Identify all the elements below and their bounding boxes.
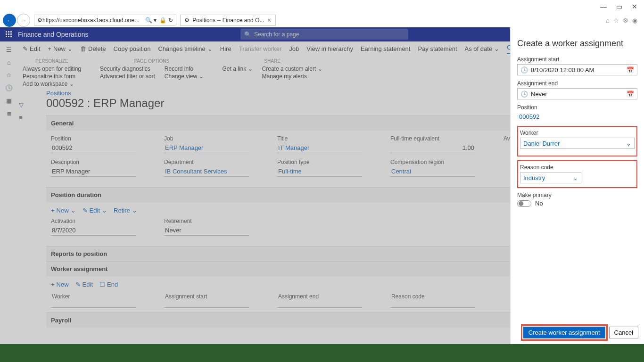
flyout-reason-select[interactable]: Industry ⌄ — [520, 172, 581, 183]
svg-rect-6 — [6, 36, 7, 37]
browser-extension-icon[interactable]: ◉ — [632, 17, 637, 24]
browser-settings-icon[interactable]: ⚙ — [623, 17, 628, 24]
personalize-form[interactable]: Personalize this form — [23, 73, 81, 80]
change-view[interactable]: Change view ⌄ — [165, 73, 204, 80]
create-custom-alert[interactable]: Create a custom alert ⌄ — [262, 66, 322, 72]
favorites-icon[interactable]: ☆ — [6, 72, 12, 79]
search-placeholder: Search for a page — [254, 31, 299, 38]
address-bar[interactable]: ⚙ https://usnconeboxax1aos.cloud.onebox.… — [34, 15, 176, 26]
department-link[interactable]: IB Consultant Services — [164, 166, 249, 177]
calendar-icon[interactable]: 📅 — [627, 90, 634, 98]
tab-close[interactable]: ✕ — [267, 17, 272, 24]
tab-title: Positions -- Finance and O... — [192, 17, 264, 24]
col-end[interactable]: Assignment end — [277, 292, 362, 308]
chevron-down-icon: ⌄ — [199, 73, 204, 80]
col-start[interactable]: Assignment start — [164, 292, 249, 308]
flyout-start-input[interactable]: 🕓8/10/2020 12:00:00 AM 📅 — [517, 64, 637, 75]
new-action[interactable]: +New⌄ — [48, 45, 73, 52]
modules-icon[interactable]: ≣ — [7, 110, 12, 117]
search-icon: 🔍 — [244, 31, 251, 38]
delete-action[interactable]: 🗑Delete — [80, 45, 106, 52]
as-of-date-action[interactable]: As of date⌄ — [465, 45, 500, 52]
copy-position-action[interactable]: Copy position — [114, 45, 151, 52]
svg-rect-8 — [10, 36, 12, 37]
fte-label: Full-time equivalent — [390, 135, 475, 142]
nav-forward[interactable]: → — [17, 14, 30, 27]
window-minimize[interactable]: — — [600, 3, 607, 10]
svg-rect-4 — [8, 33, 9, 35]
flyout-worker-label: Worker — [520, 130, 635, 136]
plus-icon: + — [48, 45, 51, 52]
cancel-button[interactable]: Cancel — [609, 327, 638, 338]
hamburger-icon[interactable]: ☰ — [6, 46, 12, 53]
department-label: Department — [164, 159, 249, 165]
activation-value: 8/7/2020 — [51, 225, 136, 236]
window-restore[interactable]: ▭ — [616, 3, 622, 10]
record-info[interactable]: Record info — [165, 66, 204, 72]
position-type-link[interactable]: Full-time — [277, 166, 362, 177]
nav-back[interactable]: ← — [3, 14, 16, 27]
global-search[interactable]: 🔍 Search for a page — [240, 29, 408, 40]
duration-edit[interactable]: ✎Edit⌄ — [83, 207, 107, 214]
changes-timeline-action[interactable]: Changes timeline⌄ — [158, 45, 212, 52]
position-type-label: Position type — [277, 159, 362, 165]
svg-rect-1 — [8, 31, 9, 33]
lock-icon: 🔒 — [159, 17, 166, 24]
flyout-position-value[interactable]: 000592 — [517, 112, 637, 121]
job-label: Job — [164, 135, 249, 142]
flyout-primary-label: Make primary — [517, 192, 637, 198]
browser-home-icon[interactable]: ⌂ — [606, 17, 610, 24]
edit-action[interactable]: ✎Edit — [23, 45, 40, 52]
url-text: https://usnconeboxax1aos.cloud.onebox.dy… — [42, 17, 141, 24]
home-icon[interactable]: ⌂ — [7, 59, 11, 66]
security-diagnostics[interactable]: Security diagnostics — [100, 66, 155, 72]
workspaces-icon[interactable]: ▦ — [6, 97, 12, 104]
title-label: Title — [277, 135, 362, 142]
get-a-link[interactable]: Get a link ⌄ — [223, 66, 253, 72]
plus-icon: + — [51, 281, 55, 288]
duration-new[interactable]: +New⌄ — [51, 207, 76, 214]
assignment-new[interactable]: +New — [51, 281, 69, 288]
recent-icon[interactable]: 🕓 — [5, 84, 13, 91]
create-worker-assignment-button[interactable]: Create worker assignment — [523, 327, 605, 338]
flyout-end-input[interactable]: 🕓Never 📅 — [517, 88, 637, 99]
chevron-down-icon: ⌄ — [67, 45, 73, 52]
compregion-link[interactable]: Central — [390, 166, 475, 177]
browser-tab[interactable]: ⚙ Positions -- Finance and O... ✕ — [180, 15, 276, 26]
flyout-primary-toggle[interactable]: No — [517, 200, 543, 207]
view-hierarchy-action[interactable]: View in hierarchy — [306, 45, 353, 52]
flyout-worker-select[interactable]: Daniel Durrer ⌄ — [520, 138, 635, 149]
app-launcher[interactable] — [0, 31, 18, 38]
browser-favorites-icon[interactable]: ☆ — [613, 17, 619, 24]
advanced-filter[interactable]: Advanced filter or sort — [100, 73, 155, 80]
col-reason[interactable]: Reason code — [390, 292, 475, 308]
svg-rect-7 — [8, 36, 9, 37]
description-label: Description — [51, 159, 136, 165]
hire-action[interactable]: Hire — [220, 45, 231, 52]
search-icon: 🔍 ▾ — [145, 17, 157, 24]
title-link[interactable]: IT Manager — [277, 143, 362, 153]
tab-favicon: ⚙ — [184, 17, 190, 24]
earning-statement-action[interactable]: Earning statement — [361, 45, 411, 52]
position-value: 000592 — [51, 143, 136, 153]
job-action[interactable]: Job — [289, 45, 299, 52]
pay-statement-action[interactable]: Pay statement — [418, 45, 457, 52]
always-open-editing[interactable]: Always open for editing — [23, 66, 81, 72]
toggle-switch[interactable] — [517, 200, 531, 207]
edit-icon: ✎ — [83, 207, 88, 214]
app-title: Finance and Operations — [18, 31, 88, 38]
col-worker[interactable]: Worker — [51, 292, 136, 308]
calendar-icon[interactable]: 📅 — [627, 66, 634, 74]
job-link[interactable]: ERP Manager — [164, 143, 249, 153]
flyout-end-label: Assignment end — [517, 80, 637, 87]
waffle-icon — [6, 31, 12, 38]
window-close[interactable]: ✕ — [632, 3, 637, 10]
retirement-value: Never — [164, 225, 249, 236]
manage-my-alerts[interactable]: Manage my alerts — [262, 73, 322, 80]
refresh-icon[interactable]: ↻ — [168, 17, 173, 24]
chevron-down-icon: ⌄ — [248, 66, 253, 72]
duration-retire[interactable]: Retire⌄ — [114, 207, 137, 214]
chevron-down-icon: ⌄ — [102, 207, 107, 214]
breadcrumb-positions[interactable]: Positions — [46, 90, 71, 97]
add-to-workspace[interactable]: Add to workspace ⌄ — [23, 81, 81, 87]
